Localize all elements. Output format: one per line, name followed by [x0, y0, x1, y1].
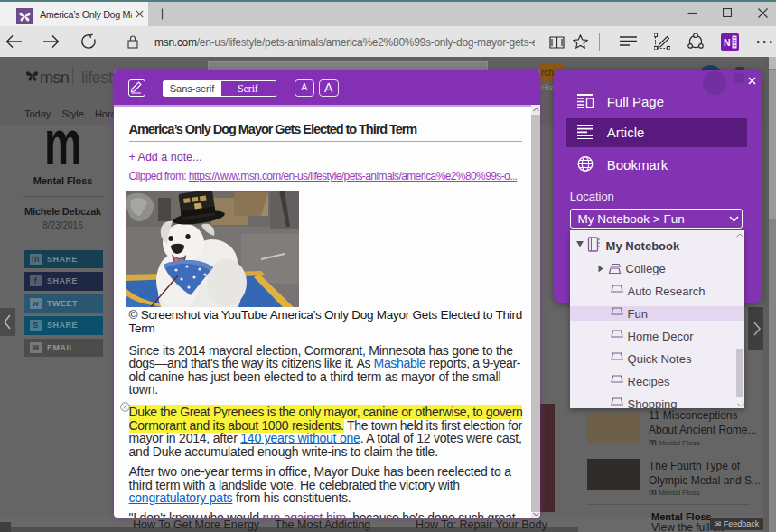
svg-text:N: N	[724, 37, 731, 48]
